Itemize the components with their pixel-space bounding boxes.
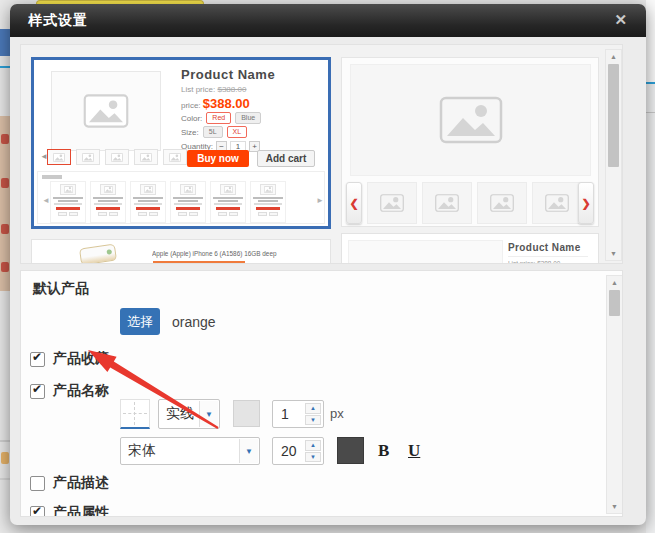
image-placeholder-icon bbox=[140, 153, 152, 162]
font-color-swatch[interactable] bbox=[337, 437, 364, 464]
mini-text-line bbox=[174, 203, 201, 205]
related-prev-icon[interactable]: ◄ bbox=[42, 196, 50, 205]
related-product-card[interactable] bbox=[170, 181, 206, 223]
bold-button[interactable]: B bbox=[378, 441, 389, 461]
size-option-xl[interactable]: XL bbox=[227, 126, 248, 138]
border-width-value: 1 bbox=[281, 406, 289, 422]
favorite-checkbox-row: ✔ 产品收藏 bbox=[30, 350, 109, 368]
thumbnail-item[interactable] bbox=[163, 149, 187, 165]
background-divider bbox=[0, 478, 10, 480]
screen: 样式设置 ✕ Product Name List price: $388.00 bbox=[0, 0, 655, 533]
image-placeholder-icon bbox=[180, 184, 196, 195]
chevron-right-icon: ❯ bbox=[581, 197, 590, 210]
image-placeholder-icon bbox=[83, 94, 129, 128]
description-checkbox[interactable] bbox=[30, 476, 45, 491]
border-side-picker[interactable] bbox=[120, 399, 150, 429]
mini-text-line bbox=[134, 203, 161, 205]
scroll-up-icon[interactable]: ▲ bbox=[607, 276, 622, 289]
list-price-value: $388.00 bbox=[217, 85, 246, 94]
mini-text-line bbox=[173, 197, 203, 199]
name-checkbox[interactable]: ✔ bbox=[30, 384, 45, 399]
color-row: Color: Red Blue bbox=[181, 112, 261, 124]
selected-product-value: orange bbox=[172, 314, 216, 330]
thumbnail-item[interactable] bbox=[105, 149, 129, 165]
mini-controls bbox=[91, 212, 125, 216]
buy-now-button[interactable]: Buy now bbox=[187, 150, 249, 167]
font-family-select[interactable]: 宋体 ▼ bbox=[120, 437, 260, 465]
list-price-row: List price: $388.00 bbox=[181, 85, 246, 94]
template-option-detail2[interactable]: Product Name List price: $388.00 bbox=[341, 233, 599, 264]
description-checkbox-row: 产品描述 bbox=[30, 474, 109, 492]
dialog-header: 样式设置 ✕ bbox=[10, 4, 646, 37]
spin-down-icon[interactable]: ▼ bbox=[305, 452, 321, 463]
spin-down-icon[interactable]: ▼ bbox=[305, 415, 321, 426]
border-width-spinner[interactable]: 1 ▲ ▼ bbox=[272, 400, 324, 428]
scrollbar-thumb[interactable] bbox=[608, 64, 619, 167]
thumbnail-item[interactable] bbox=[47, 149, 71, 165]
dropdown-button[interactable]: ▼ bbox=[199, 401, 218, 427]
template-option-gallery[interactable]: ❮ bbox=[341, 57, 599, 227]
thumbnail-item[interactable] bbox=[76, 149, 100, 165]
check-icon: ✔ bbox=[32, 382, 42, 396]
spin-up-icon[interactable]: ▲ bbox=[305, 440, 321, 451]
gallery-next-button[interactable]: ❯ bbox=[578, 182, 594, 224]
related-next-icon[interactable]: ► bbox=[316, 196, 324, 205]
related-product-card[interactable] bbox=[210, 181, 246, 223]
mini-price-line bbox=[176, 207, 199, 210]
border-style-select[interactable]: 实线 ▼ bbox=[158, 399, 220, 429]
scrollbar-thumb[interactable] bbox=[609, 290, 620, 316]
image-placeholder-icon bbox=[220, 184, 236, 195]
gallery-thumbnail[interactable] bbox=[532, 182, 582, 224]
select-product-button[interactable]: 选择 bbox=[120, 308, 160, 335]
list-price-label: List price: bbox=[181, 85, 215, 94]
scroll-up-icon[interactable]: ▲ bbox=[606, 50, 621, 63]
border-color-swatch[interactable] bbox=[233, 400, 260, 427]
add-cart-button[interactable]: Add cart bbox=[257, 150, 315, 167]
attribute-label: 产品属性 bbox=[53, 504, 109, 517]
mini-price-line bbox=[216, 207, 239, 210]
mini-text-line bbox=[258, 200, 278, 202]
price-value: $388.00 bbox=[203, 96, 250, 111]
color-option-red[interactable]: Red bbox=[206, 112, 231, 124]
mini-controls bbox=[51, 212, 85, 216]
mini-controls bbox=[131, 212, 165, 216]
related-product-card[interactable] bbox=[90, 181, 126, 223]
favorite-label: 产品收藏 bbox=[53, 350, 109, 368]
image-placeholder-icon bbox=[111, 153, 123, 162]
style-settings-dialog: 样式设置 ✕ Product Name List price: $388.00 bbox=[10, 4, 646, 525]
font-size-spinner[interactable]: 20 ▲ ▼ bbox=[272, 437, 324, 465]
size-option-5l[interactable]: 5L bbox=[203, 126, 223, 138]
chevron-left-icon: ❮ bbox=[349, 197, 358, 210]
gallery-prev-button[interactable]: ❮ bbox=[346, 182, 362, 224]
close-icon[interactable]: ✕ bbox=[614, 11, 627, 29]
thumbnail-item[interactable] bbox=[134, 149, 158, 165]
mini-text-line bbox=[214, 203, 241, 205]
spin-up-icon[interactable]: ▲ bbox=[305, 403, 321, 414]
related-product-card[interactable] bbox=[130, 181, 166, 223]
underline-button[interactable]: U bbox=[408, 441, 420, 461]
related-label-placeholder bbox=[42, 175, 62, 179]
check-icon: ✔ bbox=[32, 350, 42, 364]
form-scrollbar[interactable]: ▲ ▼ bbox=[606, 275, 623, 514]
template-option-detail-selected[interactable]: Product Name List price: $388.00 price: … bbox=[31, 57, 331, 229]
attribute-checkbox[interactable]: ✔ bbox=[30, 506, 45, 518]
related-product-card[interactable] bbox=[250, 181, 286, 223]
template-option-iphone[interactable]: Apple (Apple) iPhone 6 (A1586) 16GB deep bbox=[31, 239, 331, 264]
size-row: Size: 5L XL bbox=[181, 126, 247, 138]
color-option-blue[interactable]: Blue bbox=[235, 112, 261, 124]
related-product-card[interactable] bbox=[50, 181, 86, 223]
settings-form-panel: 默认产品 选择 orange ✔ 产品收藏 ✔ 产品名称 实线 ▼ 1 ▲ bbox=[20, 270, 623, 517]
favorite-checkbox[interactable]: ✔ bbox=[30, 352, 45, 367]
scroll-down-icon[interactable]: ▼ bbox=[606, 247, 621, 260]
border-style-value: 实线 bbox=[166, 405, 194, 423]
product-image-placeholder bbox=[348, 240, 503, 264]
dropdown-button[interactable]: ▼ bbox=[239, 439, 258, 463]
scroll-down-icon[interactable]: ▼ bbox=[607, 500, 622, 513]
gallery-thumbnail[interactable] bbox=[367, 182, 417, 224]
gallery-thumbnail[interactable] bbox=[422, 182, 472, 224]
mini-text-line bbox=[178, 200, 198, 202]
gallery-thumbnail[interactable] bbox=[477, 182, 527, 224]
related-card-list bbox=[50, 181, 286, 223]
iphone-caption: Apple (Apple) iPhone 6 (A1586) 16GB deep bbox=[152, 250, 277, 257]
preview-scrollbar[interactable]: ▲ ▼ bbox=[605, 49, 622, 261]
